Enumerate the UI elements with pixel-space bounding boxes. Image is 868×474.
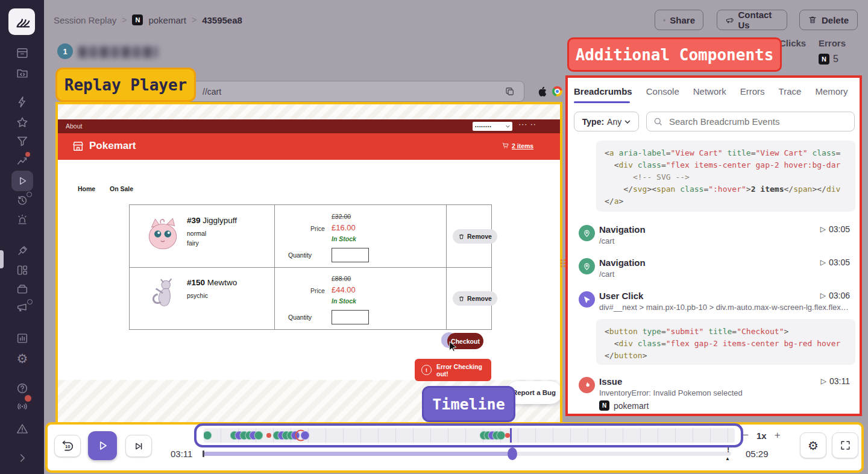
cart-count-link[interactable]: 2 items xyxy=(512,142,533,150)
old-price: £32.00 xyxy=(332,213,351,220)
tab-errors[interactable]: Errors xyxy=(740,86,765,96)
price-label: Price xyxy=(310,287,325,294)
timeline-event-dot[interactable] xyxy=(505,433,510,438)
contact-us-label: Contact Us xyxy=(738,10,779,30)
play-from-icon: ▷ xyxy=(820,291,826,300)
remove-button[interactable]: Remove xyxy=(453,229,497,244)
sidebar-item-actions[interactable] xyxy=(15,95,30,109)
replay-url-bar[interactable]: //cart xyxy=(145,81,524,102)
timeline-event-dot[interactable] xyxy=(266,433,271,438)
share-button[interactable]: Share xyxy=(655,10,703,30)
speed-value[interactable]: 1x xyxy=(756,431,767,441)
sidebar-item-data[interactable] xyxy=(15,282,30,296)
fullscreen-button[interactable] xyxy=(832,432,858,458)
event-timestamp[interactable]: ▷03:05 xyxy=(820,258,850,267)
play-from-icon: ▷ xyxy=(820,258,826,267)
tab-memory[interactable]: Memory xyxy=(815,86,848,96)
event-detail: /cart xyxy=(599,236,614,245)
type-filter-dropdown[interactable]: Type: Any xyxy=(574,112,639,131)
play-button[interactable] xyxy=(88,431,117,460)
event-timestamp[interactable]: ▷03:06 xyxy=(820,291,850,300)
timeline-event-dot[interactable] xyxy=(204,431,212,440)
megaphone-icon xyxy=(725,15,734,25)
seek-scrubber[interactable] xyxy=(508,447,517,460)
person-number-badge[interactable]: 1 xyxy=(57,43,73,59)
history-badge xyxy=(27,192,32,197)
event-title[interactable]: Navigation xyxy=(599,258,646,268)
quantity-input[interactable] xyxy=(332,248,369,262)
play-from-icon: ▷ xyxy=(821,377,826,385)
tab-trace[interactable]: Trace xyxy=(779,86,802,96)
timeline-event-dot[interactable] xyxy=(301,431,310,440)
sidebar-item-session-replay[interactable] xyxy=(15,174,30,188)
search-input[interactable] xyxy=(668,116,839,127)
store-nav-home[interactable]: Home xyxy=(78,185,95,192)
speed-increase-button[interactable]: + xyxy=(775,429,781,441)
skip-forward-icon xyxy=(133,440,145,452)
contact-us-button[interactable]: Contact Us xyxy=(717,10,787,30)
timeline-event-track[interactable] xyxy=(204,428,735,443)
event-timestamp[interactable]: ▷03:11 xyxy=(821,376,850,386)
masked-select-field[interactable]: •••••••• xyxy=(473,122,512,131)
site-about-link[interactable]: About xyxy=(66,122,82,130)
breadcrumb: Session Replay > N pokemart > 43595ea8 xyxy=(54,14,242,25)
search-icon xyxy=(653,117,663,127)
play-icon xyxy=(16,174,29,188)
live-notification-dot xyxy=(25,395,31,402)
app-root: ⚙ Session Replay > N pokemart > 43595ea8… xyxy=(0,0,868,474)
pokemon-name: #39 Jigglypuff xyxy=(187,216,237,225)
sidebar-collapse-toggle[interactable] xyxy=(15,450,30,465)
delete-label: Delete xyxy=(822,15,849,25)
sidebar-item-help[interactable] xyxy=(15,381,30,396)
sidebar-item-funnels[interactable] xyxy=(15,134,30,148)
tab-breadcrumbs[interactable]: Breadcrumbs xyxy=(574,86,632,96)
seek-bar-start-tick xyxy=(203,450,204,457)
breadcrumb-search[interactable] xyxy=(646,112,855,131)
sidebar-item-alerts[interactable] xyxy=(15,212,30,227)
timeline-event-dot[interactable] xyxy=(497,431,506,440)
breadcrumb-project[interactable]: pokemart xyxy=(148,15,186,25)
redacted-user-name xyxy=(78,46,158,58)
pane-resize-grip[interactable] xyxy=(560,259,566,268)
star-icon xyxy=(16,116,29,129)
tab-console[interactable]: Console xyxy=(646,86,679,96)
sidebar-item-archive[interactable] xyxy=(15,46,30,60)
timeline-event-dot[interactable] xyxy=(254,431,263,440)
left-edge-handle[interactable] xyxy=(0,250,4,268)
skip-to-end-button[interactable] xyxy=(125,435,152,457)
panel-tabs: Breadcrumbs Console Network Errors Trace… xyxy=(574,86,862,96)
sidebar-item-favorites[interactable] xyxy=(15,115,30,130)
sidebar-item-dashboards[interactable] xyxy=(15,263,30,277)
player-settings-button[interactable]: ⚙ xyxy=(800,432,826,458)
store-nav-onsale[interactable]: On Sale xyxy=(110,185,133,192)
trash-icon xyxy=(808,15,817,25)
app-logo[interactable] xyxy=(8,8,35,35)
sidebar-item-settings[interactable]: ⚙ xyxy=(15,352,30,366)
event-title[interactable]: Issue xyxy=(599,376,622,387)
speed-decrease-button[interactable]: − xyxy=(743,429,749,441)
event-timestamp[interactable]: ▷03:05 xyxy=(820,224,850,234)
seek-bar-played xyxy=(204,452,512,456)
breadcrumb-session-replay[interactable]: Session Replay xyxy=(54,15,116,25)
chevron-down-icon xyxy=(506,125,510,128)
error-toast: ! Error Checking out! xyxy=(415,359,491,381)
timeline-playhead[interactable] xyxy=(510,428,512,443)
quantity-input[interactable] xyxy=(332,310,369,324)
copy-icon[interactable] xyxy=(505,86,515,97)
remove-button[interactable]: Remove xyxy=(453,291,497,306)
tab-network[interactable]: Network xyxy=(693,86,726,96)
click-target-code-snippet: <button type="submit" title="Checkout"> … xyxy=(596,319,855,365)
event-title[interactable]: Navigation xyxy=(599,224,646,235)
event-title[interactable]: User Click xyxy=(599,291,643,301)
sidebar-item-toolbar[interactable] xyxy=(15,244,30,258)
sidebar-item-code-folder[interactable] xyxy=(15,66,30,80)
sale-price: £16.00 xyxy=(332,223,356,232)
sidebar-item-reports[interactable] xyxy=(15,331,30,346)
seek-bar[interactable] xyxy=(204,452,731,456)
sidebar-item-issues[interactable] xyxy=(15,422,30,436)
delete-button[interactable]: Delete xyxy=(799,10,858,30)
warning-triangle-icon xyxy=(16,422,29,435)
alarm-icon xyxy=(16,213,29,226)
skip-back-10-button[interactable]: 10 xyxy=(54,435,81,457)
code-folder-icon xyxy=(16,66,29,80)
